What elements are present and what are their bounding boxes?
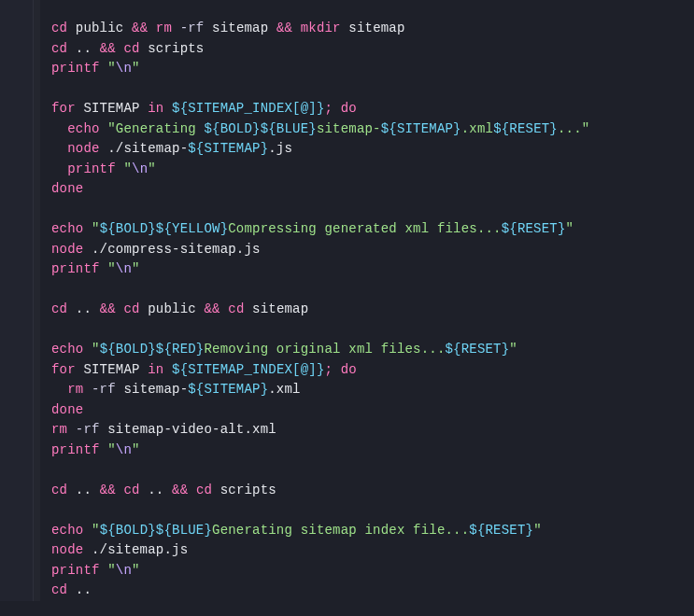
token-string: "\n" <box>123 161 155 176</box>
token-string: "\n" <box>107 563 139 578</box>
code-line: cd .. && cd .. && cd scripts <box>51 481 694 501</box>
code-line: cd public && rm -rf sitemap && mkdir sit… <box>51 19 694 39</box>
token-keyword: echo <box>51 221 83 236</box>
token-escape: \n <box>132 161 148 176</box>
token-keyword: cd <box>123 41 139 56</box>
blank-line <box>51 460 694 481</box>
code-line: cd .. && cd public && cd sitemap <box>51 300 694 320</box>
token-arg: public <box>76 21 124 35</box>
token-string-text: .xml <box>461 121 493 136</box>
token-keyword: node <box>51 542 83 557</box>
code-line: printf "\n" <box>51 561 694 581</box>
token-keyword: echo <box>51 523 83 538</box>
token-expansion: ${SITEMAP_INDEX[@]} <box>172 101 324 116</box>
token-keyword: cd <box>51 582 67 597</box>
token-expansion: ${SITEMAP} <box>381 121 461 136</box>
token-expansion: ${SITEMAP} <box>188 141 268 156</box>
code-line: done <box>51 400 694 421</box>
code-line: for SITEMAP in ${SITEMAP_INDEX[@]}; do <box>51 360 694 381</box>
token-arg: scripts <box>220 483 276 497</box>
token-path: ./sitemap- <box>107 141 188 156</box>
token-expansion: ${BOLD} <box>204 121 260 136</box>
token-keyword: done <box>51 402 83 417</box>
code-line: cd .. <box>51 581 694 601</box>
token-keyword: printf <box>51 563 100 578</box>
code-block: cd public && rm -rf sitemap && mkdir sit… <box>51 19 694 601</box>
code-line: cd .. && cd scripts <box>51 39 694 60</box>
token-expansion: ${BLUE} <box>261 121 317 136</box>
token-keyword: node <box>67 141 99 156</box>
token-arg: sitemap <box>252 301 308 316</box>
token-arg: sitemap-video-alt.xml <box>107 422 276 437</box>
blank-line <box>51 200 694 220</box>
token-string: "\n" <box>107 442 139 457</box>
token-keyword: printf <box>51 442 100 457</box>
token-string: "Generating ${BOLD}${BLUE}sitemap-${SITE… <box>107 121 589 136</box>
token-string-text: Generating sitemap index file... <box>212 523 469 538</box>
token-string: "\n" <box>107 261 139 276</box>
token-escape: \n <box>116 442 132 457</box>
token-expansion: ${SITEMAP_INDEX[@]} <box>172 362 324 377</box>
token-keyword: rm <box>51 422 67 437</box>
code-line: node ./compress-sitemap.js <box>51 240 694 260</box>
token-string: "${BOLD}${BLUE}Generating sitemap index … <box>92 523 542 538</box>
token-keyword: printf <box>67 161 116 176</box>
token-arg: public <box>148 301 196 316</box>
code-line: printf "\n" <box>51 59 694 79</box>
token-expansion: ${RESET} <box>502 221 566 236</box>
token-expansion: ${RESET} <box>469 523 533 538</box>
token-keyword: for <box>51 101 76 116</box>
token-keyword: for <box>51 362 76 377</box>
token-variable: SITEMAP <box>83 362 139 377</box>
token-string-text: Generating <box>116 121 205 136</box>
token-expansion: ${BOLD} <box>100 523 156 538</box>
token-arg: sitemap <box>348 21 404 35</box>
token-ext: .js <box>268 141 292 156</box>
token-path: sitemap- <box>123 382 188 397</box>
token-arg: ./sitemap.js <box>92 542 188 557</box>
token-escape: \n <box>116 563 132 578</box>
token-string-text: sitemap- <box>317 121 381 136</box>
token-operator: && <box>204 301 220 316</box>
token-ext: .xml <box>268 382 300 397</box>
token-string-text: Compressing generated xml files... <box>228 221 501 236</box>
blank-line <box>51 500 694 521</box>
blank-line <box>51 280 694 301</box>
token-expansion: ${YELLOW} <box>156 221 228 236</box>
code-line: printf "\n" <box>51 160 694 180</box>
token-arg: .. <box>76 483 92 497</box>
token-string: "\n" <box>107 61 139 76</box>
token-keyword: rm <box>67 382 83 397</box>
token-operator: ; <box>325 362 333 377</box>
token-operator: && <box>100 41 116 56</box>
token-keyword: node <box>51 242 83 257</box>
token-keyword: cd <box>196 483 212 497</box>
token-expansion: ${RESET} <box>446 342 510 357</box>
token-arg: sitemap <box>212 21 268 35</box>
token-arg: .. <box>76 41 92 56</box>
token-keyword: cd <box>51 41 67 56</box>
code-line: echo "Generating ${BOLD}${BLUE}sitemap-$… <box>51 119 694 140</box>
token-keyword: do <box>341 101 357 116</box>
code-line: printf "\n" <box>51 259 694 280</box>
code-line: echo "${BOLD}${BLUE}Generating sitemap i… <box>51 521 694 541</box>
token-escape: \n <box>116 61 132 76</box>
code-line: printf "\n" <box>51 441 694 461</box>
token-arg: .. <box>148 483 163 497</box>
token-arg: sitemap-${SITEMAP}.xml <box>123 382 300 397</box>
token-expansion: ${SITEMAP} <box>188 382 268 397</box>
token-flag: -rf <box>76 422 100 437</box>
token-keyword: rm <box>156 21 172 35</box>
code-line: node ./sitemap-${SITEMAP}.js <box>51 139 694 160</box>
token-flag: -rf <box>92 382 116 397</box>
token-string: "${BOLD}${YELLOW}Compressing generated x… <box>92 221 574 236</box>
token-escape: \n <box>116 261 132 276</box>
token-keyword: cd <box>51 483 67 497</box>
token-flag: -rf <box>180 21 205 35</box>
token-operator: && <box>100 483 116 497</box>
token-keyword: mkdir <box>301 21 341 35</box>
code-editor: cd public && rm -rf sitemap && mkdir sit… <box>0 0 694 601</box>
token-keyword: cd <box>228 301 244 316</box>
token-operator: && <box>276 21 292 35</box>
token-keyword: do <box>341 362 357 377</box>
